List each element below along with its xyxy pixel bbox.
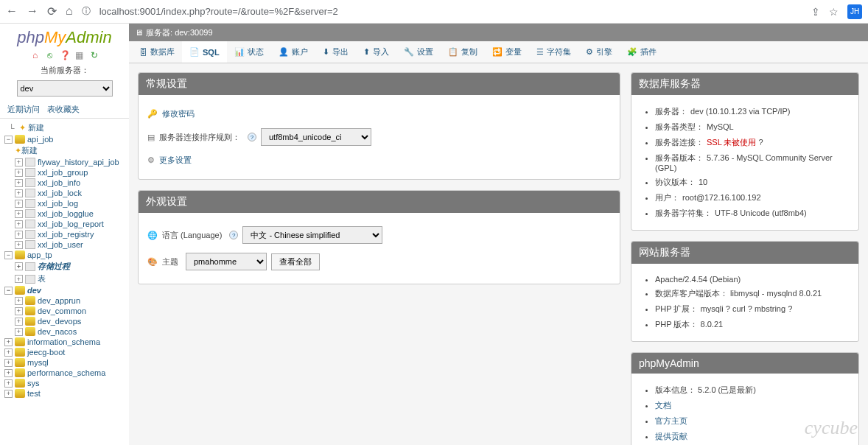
language-select[interactable]: 中文 - Chinese simplified (242, 226, 382, 244)
collation-select[interactable]: utf8mb4_unicode_ci (261, 128, 371, 146)
tree-item-dev_apprun[interactable]: +dev_apprun (4, 295, 129, 306)
tab-导入[interactable]: ⬆导入 (356, 41, 396, 63)
recent-tab[interactable]: 近期访问 (7, 104, 40, 115)
sql-icon[interactable]: ▦ (74, 50, 85, 60)
tree-item-xxl_job_group[interactable]: +xxl_job_group (4, 167, 129, 178)
toggle-icon[interactable]: + (15, 328, 23, 336)
toggle-icon[interactable]: + (15, 189, 23, 197)
more-settings-link[interactable]: 更多设置 (159, 155, 192, 166)
toggle-icon[interactable]: + (4, 348, 13, 357)
tab-SQL[interactable]: 📄SQL (182, 41, 227, 63)
toggle-icon[interactable]: + (15, 275, 23, 283)
tree-item-dev_devops[interactable]: +dev_devops (4, 316, 129, 326)
tab-字符集[interactable]: ☰字符集 (529, 41, 578, 63)
tree-item-xxl_job_user[interactable]: +xxl_job_user (4, 239, 129, 250)
toggle-icon[interactable]: + (4, 379, 13, 388)
change-password-link[interactable]: 修改密码 (162, 108, 195, 119)
docs-icon[interactable]: ❓ (60, 50, 70, 60)
new-link[interactable]: └✦ 新建 (4, 122, 129, 134)
url-text[interactable]: localhost:9001/index.php?route=/&route=%… (99, 6, 802, 17)
tab-账户[interactable]: 👤账户 (271, 41, 315, 63)
pma-link[interactable]: 文档 (655, 401, 671, 410)
help-icon[interactable]: ? (248, 133, 256, 141)
tree-item-xxl_job_info[interactable]: +xxl_job_info (4, 178, 129, 188)
toggle-icon[interactable]: + (15, 262, 23, 270)
reload-icon[interactable]: ⟳ (47, 4, 57, 18)
topbar: 🖥 服务器: dev:30099 (129, 24, 868, 41)
tab-设置[interactable]: 🔧设置 (396, 41, 441, 63)
database-icon (25, 296, 35, 305)
toggle-icon[interactable]: + (4, 390, 13, 398)
db-test[interactable]: +test (4, 388, 129, 399)
info-icon[interactable]: ⓘ (82, 5, 91, 18)
toggle-icon[interactable]: + (15, 210, 23, 218)
tree-item-xxl_job_lock[interactable]: +xxl_job_lock (4, 188, 129, 198)
db-jeecg-boot[interactable]: +jeecg-boot (4, 347, 129, 357)
db-performance_schema[interactable]: +performance_schema (4, 368, 129, 378)
logout-icon[interactable]: ⎋ (45, 50, 55, 60)
toggle-icon[interactable]: − (4, 136, 13, 144)
favorites-tab[interactable]: 表收藏夹 (47, 104, 80, 115)
tree-item-表[interactable]: +表 (4, 273, 129, 285)
database-icon (15, 337, 25, 346)
toggle-icon[interactable]: + (15, 241, 23, 249)
tree-item-存储过程[interactable]: +存储过程 (4, 260, 129, 273)
pma-link[interactable]: 提供贡献 (655, 432, 687, 441)
reload-nav-icon[interactable]: ↻ (89, 50, 99, 60)
tree-item-xxl_job_log_report[interactable]: +xxl_job_log_report (4, 219, 129, 229)
help-icon[interactable]: ? (229, 231, 238, 239)
home-icon[interactable]: ⌂ (66, 4, 73, 18)
pma-link[interactable]: 官方主页 (655, 416, 687, 425)
view-all-button[interactable]: 查看全部 (271, 253, 320, 270)
toggle-icon[interactable]: + (15, 200, 23, 208)
tree-item-新建[interactable]: ✦新建 (4, 144, 129, 157)
star-icon[interactable]: ☆ (829, 6, 839, 18)
help-icon[interactable]: ? (788, 304, 792, 313)
tree-item-xxl_job_log[interactable]: +xxl_job_log (4, 198, 129, 209)
db-app_tp[interactable]: −app_tp (4, 250, 129, 260)
db-api_job[interactable]: −api_job (4, 134, 129, 144)
profile-badge[interactable]: JH (847, 4, 862, 19)
toggle-icon[interactable]: + (15, 297, 23, 305)
toggle-icon[interactable]: − (4, 251, 13, 259)
tab-数据库[interactable]: 🗄数据库 (132, 41, 182, 63)
toggle-icon[interactable]: + (15, 179, 23, 187)
help-icon[interactable]: ? (726, 304, 730, 313)
tree-item-flyway_history_api_job[interactable]: +flyway_history_api_job (4, 157, 129, 167)
db-information_schema[interactable]: +information_schema (4, 337, 129, 347)
toggle-icon[interactable]: + (4, 369, 13, 377)
back-icon[interactable]: ← (6, 4, 18, 18)
tree-item-xxl_job_logglue[interactable]: +xxl_job_logglue (4, 209, 129, 219)
toggle-icon[interactable]: + (4, 338, 13, 346)
db-mysql[interactable]: +mysql (4, 357, 129, 368)
tab-引擎[interactable]: ⚙引擎 (578, 41, 620, 63)
tree-item-dev_nacos[interactable]: +dev_nacos (4, 326, 129, 337)
share-icon[interactable]: ⇪ (811, 6, 820, 18)
appearance-panel: 外观设置 🌐 语言 (Language) ? 中文 - Chinese simp… (138, 190, 620, 284)
toggle-icon[interactable]: + (15, 318, 23, 326)
help-icon[interactable]: ? (759, 138, 763, 147)
tab-复制[interactable]: 📋复制 (441, 41, 485, 63)
key-icon: 🔑 (147, 109, 158, 119)
help-icon[interactable]: ? (748, 304, 752, 313)
toggle-icon[interactable]: + (15, 158, 23, 167)
tab-导出[interactable]: ⬇导出 (315, 41, 356, 63)
tab-变量[interactable]: 🔁变量 (485, 41, 529, 63)
tree-item-dev_common[interactable]: +dev_common (4, 306, 129, 316)
theme-select[interactable]: pmahomme (186, 253, 267, 270)
db-dev[interactable]: −dev (4, 285, 129, 295)
toggle-icon[interactable]: + (4, 359, 13, 367)
toggle-icon[interactable]: + (15, 220, 23, 228)
tab-状态[interactable]: 📊状态 (227, 41, 271, 63)
logo[interactable]: phpMyAdmin (0, 24, 129, 49)
forward-icon[interactable]: → (27, 4, 38, 18)
toggle-icon[interactable]: + (15, 231, 23, 239)
tab-插件[interactable]: 🧩插件 (620, 41, 664, 63)
server-select[interactable]: dev (17, 80, 113, 97)
db-sys[interactable]: +sys (4, 378, 129, 388)
toggle-icon[interactable]: + (15, 307, 23, 315)
toggle-icon[interactable]: − (4, 287, 13, 295)
home-icon[interactable]: ⌂ (30, 50, 41, 60)
tree-item-xxl_job_registry[interactable]: +xxl_job_registry (4, 229, 129, 239)
toggle-icon[interactable]: + (15, 169, 23, 177)
